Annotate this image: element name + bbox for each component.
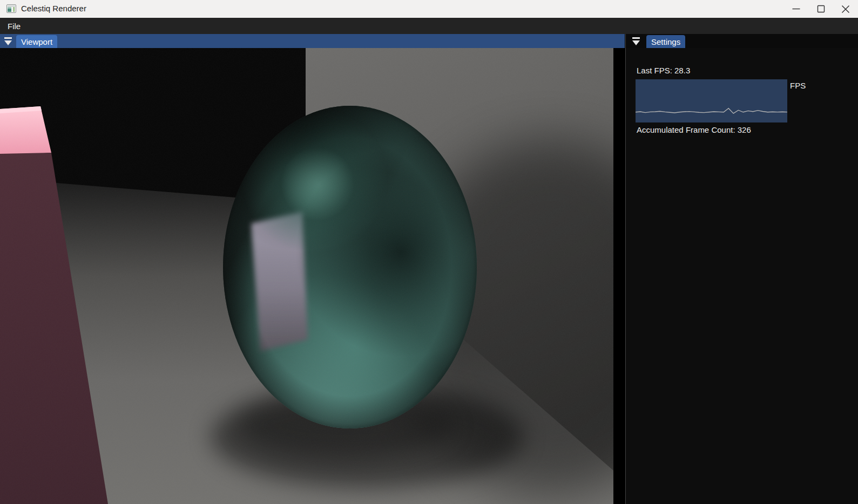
- viewport-panel: Viewport: [0, 34, 625, 504]
- minimize-button[interactable]: [783, 0, 808, 18]
- settings-body: Last FPS: 28.3 FPS Accumulated Frame Cou…: [626, 48, 858, 504]
- close-button[interactable]: [833, 0, 858, 18]
- titlebar: Celestiq Renderer: [0, 0, 858, 18]
- window-controls: [783, 0, 858, 18]
- viewport-canvas[interactable]: [0, 48, 613, 504]
- viewport-titlebar: Viewport: [0, 34, 625, 48]
- settings-panel: Settings Last FPS: 28.3 FPS Accumulated …: [625, 34, 858, 504]
- maximize-button[interactable]: [808, 0, 833, 18]
- tab-viewport-label: Viewport: [21, 37, 52, 46]
- accumulated-frames-label: Accumulated Frame Count:: [637, 125, 738, 134]
- dockspace: Viewport: [0, 34, 858, 504]
- maximize-icon: [817, 5, 825, 13]
- fps-graph-label: FPS: [790, 81, 806, 90]
- settings-collapse-arrow-icon[interactable]: [632, 37, 641, 46]
- tab-viewport[interactable]: Viewport: [16, 35, 57, 48]
- close-icon: [841, 5, 850, 13]
- accumulated-frames-text: Accumulated Frame Count: 326: [637, 125, 751, 134]
- render-noise: [0, 48, 613, 504]
- tab-settings[interactable]: Settings: [646, 35, 685, 48]
- menu-file[interactable]: File: [0, 18, 28, 34]
- accumulated-frames-value: 326: [738, 125, 751, 134]
- last-fps-text: Last FPS: 28.3: [637, 66, 690, 75]
- menubar: File: [0, 18, 858, 34]
- last-fps-value: 28.3: [674, 66, 690, 75]
- viewport-collapse-arrow-icon[interactable]: [4, 37, 13, 46]
- last-fps-label: Last FPS:: [637, 66, 674, 75]
- app-window: Celestiq Renderer File: [0, 0, 858, 504]
- app-icon: [6, 4, 16, 13]
- settings-titlebar: Settings: [626, 34, 858, 48]
- fps-graph: [636, 79, 787, 122]
- minimize-icon: [792, 5, 800, 13]
- tab-settings-label: Settings: [651, 37, 680, 46]
- window-title: Celestiq Renderer: [21, 4, 86, 13]
- fps-graph-bg: [636, 79, 787, 122]
